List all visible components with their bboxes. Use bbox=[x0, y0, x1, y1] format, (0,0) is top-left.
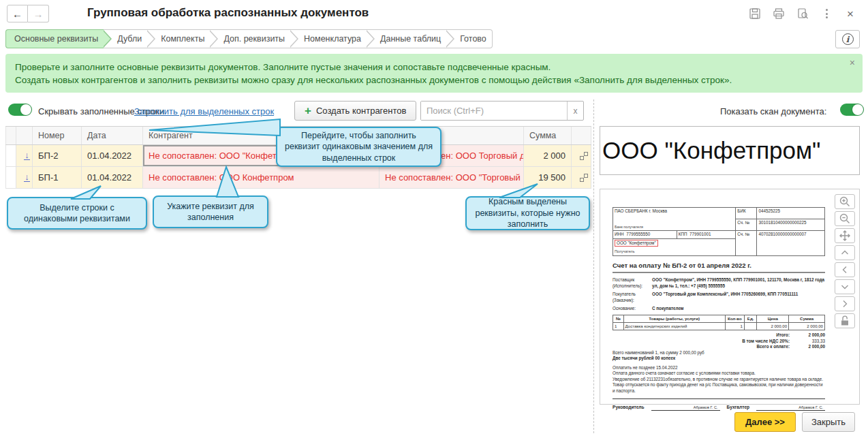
history-nav: ← → bbox=[7, 5, 49, 22]
bank-label: Банк получателя bbox=[615, 225, 734, 230]
cell-contractor[interactable]: Не сопоставлен: ООО Конфетпром bbox=[143, 167, 379, 188]
banner-close-icon[interactable]: × bbox=[850, 57, 855, 69]
tab-main-requisites[interactable]: Основные реквизиты bbox=[5, 29, 104, 48]
hint-line-2: Создать новых контрагентов и заполнить р… bbox=[15, 74, 839, 87]
hint-banner: Проверьте и заполните основные реквизиты… bbox=[5, 54, 863, 93]
header-action bbox=[16, 127, 33, 144]
search-input[interactable] bbox=[421, 101, 567, 120]
callout-select-rows: Выделите строки с одинаковыми реквизитам… bbox=[7, 197, 147, 230]
header-num[interactable]: Номер bbox=[33, 127, 82, 144]
print-icon[interactable] bbox=[772, 7, 786, 20]
show-scan-toggle[interactable] bbox=[840, 104, 864, 116]
lock-icon[interactable] bbox=[835, 313, 855, 328]
download-arrow-icon: ↓ bbox=[25, 173, 29, 181]
search-clear-icon[interactable]: x bbox=[567, 101, 583, 120]
kebab-menu-icon[interactable] bbox=[820, 7, 833, 20]
forward-icon: → bbox=[33, 8, 44, 20]
tab-nomenclature[interactable]: Номенклатура bbox=[290, 29, 367, 48]
scan-preview: ПАО СБЕРБАНК г. Москва Банк получателя Б… bbox=[600, 189, 860, 405]
pane-splitter[interactable] bbox=[593, 99, 594, 433]
page-title: Групповая обработка распознанных докумен… bbox=[87, 6, 369, 20]
open-in-form-icon[interactable] bbox=[580, 152, 588, 160]
tab-sets[interactable]: Комплекты bbox=[147, 29, 210, 48]
invoice-title: Счет на оплату № БП-2 от 01 апреля 2022 … bbox=[613, 262, 825, 270]
invoice-document: ПАО СБЕРБАНК г. Москва Банк получателя Б… bbox=[613, 207, 825, 411]
callout-red-highlight: Красным выделены реквизиты, которые нужн… bbox=[465, 196, 590, 230]
zoom-out-icon[interactable] bbox=[835, 211, 855, 226]
search-box: x bbox=[420, 101, 584, 121]
callout-fill-selected: Перейдите, чтобы заполнить реквизит один… bbox=[276, 127, 441, 167]
header-date[interactable]: Дата bbox=[82, 127, 143, 144]
header-icons: × bbox=[748, 7, 857, 20]
plus-icon: + bbox=[305, 105, 311, 116]
tab-table-data[interactable]: Данные таблиц bbox=[367, 29, 446, 48]
header-selector bbox=[5, 127, 16, 144]
signature-line: Абрамов Г. С. bbox=[756, 405, 825, 411]
cell-sum[interactable]: 2 000 bbox=[524, 145, 572, 166]
recipient-highlight: ООО "Конфетпром" bbox=[615, 240, 658, 247]
header-sum[interactable]: Сумма bbox=[524, 127, 572, 144]
left-icon[interactable] bbox=[835, 262, 855, 277]
create-contractors-button[interactable]: + Создать контрагентов bbox=[294, 101, 416, 121]
next-button[interactable]: Далее >> bbox=[734, 412, 796, 432]
callout-specify-attr: Укажите реквизит для заполнения bbox=[153, 195, 268, 228]
up-icon[interactable] bbox=[835, 245, 855, 260]
document-search-icon[interactable] bbox=[796, 7, 809, 20]
save-icon[interactable] bbox=[748, 7, 762, 20]
callout-pointer bbox=[494, 183, 543, 199]
right-icon[interactable] bbox=[835, 296, 855, 311]
header-open bbox=[572, 127, 591, 144]
down-icon[interactable] bbox=[835, 279, 855, 294]
scan-counterparty-text: ООО "Конфетпром" bbox=[602, 137, 821, 164]
open-in-form-icon[interactable] bbox=[580, 174, 588, 182]
move-icon[interactable] bbox=[835, 228, 855, 243]
close-button[interactable]: Закрыть bbox=[802, 412, 855, 432]
fill-for-selected-link[interactable]: Заполнить для выделенных строк bbox=[134, 106, 274, 116]
tab-additional-requisites[interactable]: Доп. реквизиты bbox=[210, 29, 290, 48]
hint-line-1: Проверьте и заполните основные реквизиты… bbox=[15, 61, 839, 74]
zoom-in-icon[interactable] bbox=[835, 194, 855, 209]
preview-toolbar bbox=[835, 194, 855, 328]
close-icon[interactable]: × bbox=[843, 7, 857, 20]
download-arrow-icon: ↓ bbox=[25, 151, 29, 159]
hide-filled-toggle[interactable] bbox=[8, 104, 32, 116]
info-icon: i bbox=[842, 33, 854, 45]
cell-num[interactable]: БП-2 bbox=[33, 145, 82, 166]
wizard-steps: Основные реквизиты Дубли Комплекты Доп. … bbox=[5, 29, 493, 48]
forward-button[interactable]: → bbox=[28, 5, 49, 22]
back-icon: ← bbox=[12, 8, 22, 20]
callout-pointer bbox=[68, 185, 112, 200]
cell-date[interactable]: 01.04.2022 bbox=[82, 145, 143, 166]
bank-name: ПАО СБЕРБАНК г. Москва bbox=[615, 208, 734, 225]
signature-line: Абрамов Г. С. bbox=[651, 405, 720, 411]
callout-pointer bbox=[215, 166, 247, 198]
back-button[interactable]: ← bbox=[7, 5, 28, 22]
show-scan-label: Показать скан документа: bbox=[720, 106, 826, 116]
callout-pointer bbox=[148, 118, 281, 140]
info-button[interactable]: i bbox=[835, 30, 860, 48]
scan-zoom-region: ООО "Конфетпром" bbox=[600, 126, 860, 175]
